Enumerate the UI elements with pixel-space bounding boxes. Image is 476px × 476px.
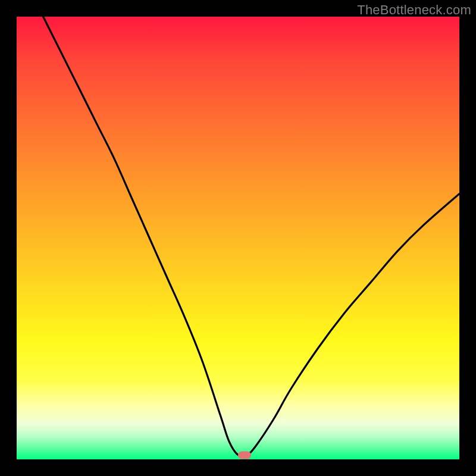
- curve-path: [43, 17, 459, 456]
- bottleneck-curve: [17, 17, 459, 459]
- watermark-text: TheBottleneck.com: [357, 2, 471, 18]
- chart-stage: TheBottleneck.com: [0, 0, 476, 476]
- plot-area: [17, 17, 459, 459]
- optimal-marker: [238, 451, 251, 459]
